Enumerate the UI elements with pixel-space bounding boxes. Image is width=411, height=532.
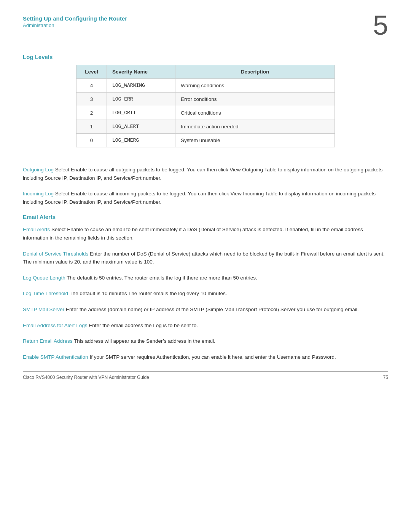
cell-description: Error conditions [175,93,335,106]
email-item-text: Enter the email address the Log is to be… [88,323,198,328]
page-header: Setting Up and Configuring the Router Ad… [23,15,388,39]
email-alerts-heading: Email Alerts [23,214,388,220]
log-levels-heading: Log Levels [23,54,388,60]
table-row: 2LOG_CRITCritical conditions [76,106,335,120]
chapter-subtitle: Administration [23,22,127,28]
email-item-text: If your SMTP server requires Authenticat… [88,354,336,360]
email-alerts-item: Email Address for Alert Logs Enter the e… [23,321,388,330]
email-alerts-item: SMTP Mail Server Enter the address (doma… [23,305,388,314]
header-divider [23,42,388,42]
email-item-term: Denial of Service Thresholds [23,251,88,257]
email-item-term: Log Time Threshold [23,291,68,296]
table-row: 3LOG_ERRError conditions [76,93,335,106]
email-item-term: Enable SMTP Authentication [23,354,88,360]
table-row: 4LOG_WARNINGWarning conditions [76,79,335,93]
incoming-log-term: Incoming Log [23,191,54,197]
email-item-term: SMTP Mail Server [23,307,64,312]
cell-description: Critical conditions [175,106,335,120]
email-item-text: The default is 50 entries. The router em… [65,275,257,281]
cell-description: Warning conditions [175,79,335,93]
email-item-term: Return Email Address [23,338,73,344]
cell-description: Immediate action needed [175,120,335,134]
table-row: 0LOG_EMERGSystem unusable [76,134,335,147]
cell-severity: LOG_EMERG [107,134,175,147]
email-alerts-item: Return Email Address This address will a… [23,337,388,345]
header-left: Setting Up and Configuring the Router Ad… [23,15,127,28]
email-alerts-item: Log Time Threshold The default is 10 min… [23,289,388,298]
email-alerts-item: Enable SMTP Authentication If your SMTP … [23,353,388,361]
email-item-term: Email Alerts [23,227,50,232]
cell-severity: LOG_ERR [107,93,175,106]
incoming-log-section: Incoming Log Select Enable to cause all … [23,190,388,206]
col-header-severity: Severity Name [107,65,175,79]
table-row: 1LOG_ALERTImmediate action needed [76,120,335,134]
footer-page-number: 75 [383,375,388,380]
cell-level: 2 [76,106,107,120]
cell-severity: LOG_WARNING [107,79,175,93]
email-item-text: Enter the address (domain name) or IP ad… [64,307,358,312]
log-levels-table: Level Severity Name Description 4LOG_WAR… [76,65,335,147]
email-item-term: Log Queue Length [23,275,65,281]
col-header-level: Level [76,65,107,79]
outgoing-log-text: Select Enable to cause all outgoing pack… [23,167,382,181]
cell-description: System unusable [175,134,335,147]
cell-severity: LOG_CRIT [107,106,175,120]
cell-level: 3 [76,93,107,106]
email-alerts-items: Email Alerts Select Enable to cause an e… [23,225,388,361]
outgoing-log-term: Outgoing Log [23,167,54,173]
col-header-description: Description [175,65,335,79]
email-item-text: This address will appear as the Sender’s… [73,338,215,344]
email-item-term: Email Address for Alert Logs [23,323,88,328]
email-alerts-item: Email Alerts Select Enable to cause an e… [23,225,388,242]
cell-level: 1 [76,120,107,134]
email-alerts-item: Log Queue Length The default is 50 entri… [23,274,388,282]
email-item-text: Select Enable to cause an email to be se… [23,227,363,241]
incoming-log-text: Select Enable to cause all incoming pack… [23,191,376,205]
footer-left-text: Cisco RVS4000 Security Router with VPN A… [23,375,149,380]
table-header-row: Level Severity Name Description [76,65,335,79]
chapter-title: Setting Up and Configuring the Router [23,15,127,22]
page-footer: Cisco RVS4000 Security Router with VPN A… [23,371,388,380]
cell-level: 4 [76,79,107,93]
table-wrapper: Level Severity Name Description 4LOG_WAR… [23,65,388,157]
cell-level: 0 [76,134,107,147]
chapter-number: 5 [373,11,388,39]
email-alerts-item: Denial of Service Thresholds Enter the n… [23,250,388,266]
email-item-text: The default is 10 minutes The router ema… [68,291,227,296]
log-levels-section: Log Levels Level Severity Name Descripti… [23,54,388,157]
cell-severity: LOG_ALERT [107,120,175,134]
page-container: Setting Up and Configuring the Router Ad… [0,0,411,391]
outgoing-log-section: Outgoing Log Select Enable to cause all … [23,166,388,182]
